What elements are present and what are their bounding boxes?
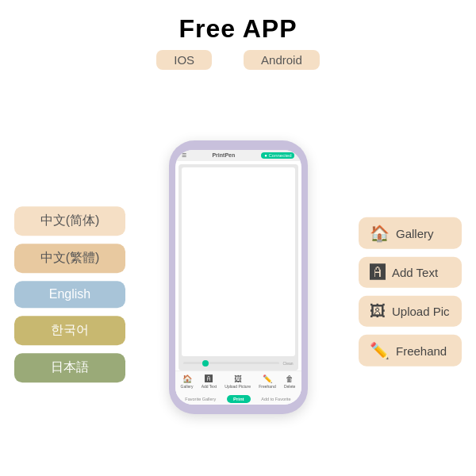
canvas-area: Clean [178, 164, 298, 370]
toolbar-upload-label: Upload Picture [225, 384, 251, 389]
favorite-gallery-button[interactable]: Favorite Gallery [182, 395, 219, 403]
toolbar-gallery-label: Gallery [181, 384, 194, 389]
freehand-toolbar-icon: ✏️ [263, 374, 272, 383]
print-button[interactable]: Print [227, 395, 251, 403]
phone-toolbar: 🏠 Gallery 🅰 Add Text 🖼 Upload Picture ✏️… [175, 370, 301, 392]
hamburger-icon: ☰ [182, 152, 186, 159]
phone-mockup: ☰ PrintPen ● Connected Clean 🏠 Gallery [169, 140, 308, 414]
connected-badge: ● Connected [261, 152, 294, 159]
phone-screen: ☰ PrintPen ● Connected Clean 🏠 Gallery [175, 150, 301, 405]
ios-badge[interactable]: IOS [156, 50, 212, 70]
toolbar-upload-picture[interactable]: 🖼 Upload Picture [225, 374, 251, 389]
feature-upload-pic[interactable]: 🖼 Upload Pic [359, 296, 462, 327]
feature-freehand[interactable]: ✏️ Freehand [359, 335, 462, 367]
main-area: 中文(简体) 中文(繁體) English 한국어 日本語 ☰ PrintPen… [0, 78, 476, 476]
toolbar-freehand-label: Freehand [259, 384, 275, 389]
page-title: Free APP [178, 14, 297, 44]
upload-toolbar-icon: 🖼 [234, 374, 242, 383]
feature-list: 🏠 Gallery 🅰 Add Text 🖼 Upload Pic ✏️ Fre… [359, 217, 462, 367]
gallery-icon: 🏠 [370, 224, 390, 243]
add-to-favorite-button[interactable]: Add to Favorite [258, 395, 294, 403]
app-name-label: PrintPen [212, 152, 235, 158]
toolbar-freehand[interactable]: ✏️ Freehand [259, 374, 275, 389]
gallery-toolbar-icon: 🏠 [182, 374, 192, 383]
toolbar-delete[interactable]: 🗑 Delete [284, 374, 295, 389]
lang-pill-zh-simplified[interactable]: 中文(简体) [14, 206, 125, 236]
lang-pill-korean[interactable]: 한국어 [14, 316, 125, 345]
toolbar-add-text-label: Add Text [202, 384, 217, 389]
canvas-white [182, 167, 295, 356]
toolbar-gallery[interactable]: 🏠 Gallery [181, 374, 194, 389]
gallery-label: Gallery [396, 226, 434, 240]
freehand-icon: ✏️ [370, 341, 390, 360]
lang-pill-japanese[interactable]: 日本語 [14, 353, 125, 382]
freehand-label: Freehand [396, 344, 447, 357]
feature-gallery[interactable]: 🏠 Gallery [359, 217, 462, 249]
phone-status-bar: ☰ PrintPen ● Connected [175, 150, 301, 161]
android-badge[interactable]: Android [244, 50, 320, 70]
clean-button[interactable]: Clean [282, 361, 293, 366]
add-text-icon: 🅰 [370, 263, 386, 282]
feature-add-text[interactable]: 🅰 Add Text [359, 257, 462, 288]
lang-pill-zh-traditional[interactable]: 中文(繁體) [14, 244, 125, 273]
slider-row: Clean [182, 359, 295, 367]
toolbar-delete-label: Delete [284, 384, 295, 389]
upload-pic-icon: 🖼 [370, 302, 386, 321]
phone-bottom-bar: Favorite Gallery Print Add to Favorite [175, 392, 301, 405]
upload-pic-label: Upload Pic [392, 305, 450, 318]
toolbar-add-text[interactable]: 🅰 Add Text [202, 374, 217, 389]
delete-toolbar-icon: 🗑 [286, 374, 294, 383]
lang-pill-english[interactable]: English [14, 281, 125, 308]
platform-row: IOS Android [156, 50, 320, 70]
add-text-toolbar-icon: 🅰 [205, 374, 213, 383]
slider-track[interactable] [183, 362, 280, 364]
slider-thumb [202, 360, 209, 367]
add-text-label: Add Text [392, 266, 438, 279]
language-list: 中文(简体) 中文(繁體) English 한국어 日本語 [14, 206, 125, 382]
